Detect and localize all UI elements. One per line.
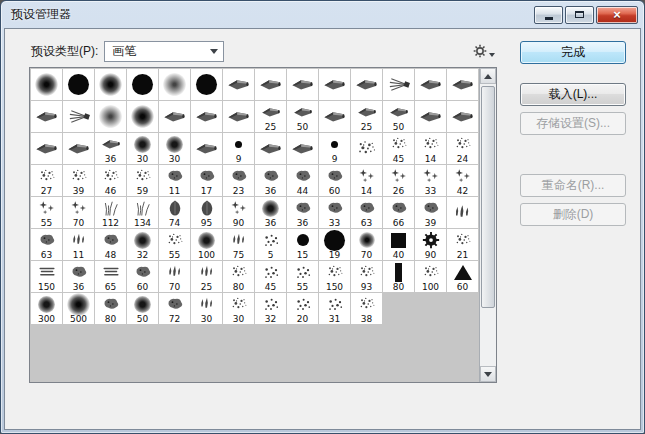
brush-preset[interactable]: 42 [447, 165, 478, 196]
brush-preset[interactable]: 70 [159, 261, 190, 292]
brush-preset[interactable]: 33 [319, 197, 350, 228]
brush-preset[interactable] [63, 69, 94, 100]
brush-preset[interactable]: 70 [63, 197, 94, 228]
brush-preset[interactable]: 50 [287, 101, 318, 132]
brush-preset[interactable] [95, 69, 126, 100]
brush-preset[interactable]: 70 [351, 229, 382, 260]
brush-preset[interactable] [319, 69, 350, 100]
brush-preset[interactable]: 23 [223, 165, 254, 196]
preset-type-dropdown[interactable]: 画笔 [104, 41, 224, 62]
brush-preset[interactable] [255, 133, 286, 164]
brush-preset[interactable]: 150 [319, 261, 350, 292]
brush-preset[interactable] [127, 69, 158, 100]
scroll-up-button[interactable] [480, 68, 496, 84]
scroll-down-button[interactable] [480, 366, 496, 382]
scrollbar-track[interactable] [480, 84, 496, 366]
brush-preset[interactable] [383, 69, 414, 100]
brush-preset[interactable]: 50 [383, 101, 414, 132]
brush-preset[interactable]: 36 [95, 133, 126, 164]
brush-preset[interactable]: 11 [159, 165, 190, 196]
brush-preset[interactable]: 63 [351, 197, 382, 228]
brush-preset[interactable]: 63 [31, 229, 62, 260]
brush-preset[interactable] [287, 69, 318, 100]
brush-preset[interactable]: 36 [287, 197, 318, 228]
brush-preset[interactable]: 65 [95, 261, 126, 292]
brush-preset[interactable] [31, 101, 62, 132]
brush-preset[interactable]: 80 [95, 293, 126, 324]
done-button[interactable]: 完成 [520, 41, 626, 64]
brush-preset[interactable]: 90 [415, 229, 446, 260]
brush-preset[interactable]: 48 [95, 229, 126, 260]
brush-preset[interactable]: 14 [351, 165, 382, 196]
brush-preset[interactable]: 55 [159, 229, 190, 260]
brush-preset[interactable]: 60 [447, 261, 478, 292]
brush-preset[interactable]: 5 [255, 229, 286, 260]
brush-preset[interactable]: 55 [31, 197, 62, 228]
brush-preset[interactable]: 60 [127, 261, 158, 292]
brush-preset[interactable] [159, 101, 190, 132]
brush-preset[interactable]: 17 [191, 165, 222, 196]
brush-preset[interactable] [351, 133, 382, 164]
brush-preset[interactable]: 9 [319, 133, 350, 164]
brush-preset[interactable]: 30 [159, 133, 190, 164]
brush-preset[interactable]: 30 [127, 133, 158, 164]
brush-preset[interactable]: 90 [223, 197, 254, 228]
brush-preset[interactable]: 66 [383, 197, 414, 228]
brush-preset[interactable] [191, 69, 222, 100]
minimize-button[interactable] [534, 6, 563, 24]
brush-preset[interactable] [447, 101, 478, 132]
vertical-scrollbar[interactable] [479, 68, 496, 382]
brush-preset[interactable]: 60 [319, 165, 350, 196]
brush-preset[interactable]: 40 [383, 229, 414, 260]
brush-preset[interactable]: 59 [127, 165, 158, 196]
brush-preset[interactable]: 100 [191, 229, 222, 260]
brush-preset[interactable] [415, 101, 446, 132]
brush-preset[interactable]: 46 [95, 165, 126, 196]
brush-preset[interactable] [31, 133, 62, 164]
brush-preset[interactable]: 93 [351, 261, 382, 292]
brush-preset[interactable]: 19 [319, 229, 350, 260]
brush-preset[interactable]: 24 [447, 133, 478, 164]
brush-preset[interactable]: 74 [159, 197, 190, 228]
brush-preset[interactable]: 30 [223, 293, 254, 324]
brush-preset[interactable]: 36 [63, 261, 94, 292]
brush-preset[interactable]: 39 [415, 197, 446, 228]
rename-button[interactable]: 重命名(R)... [520, 174, 626, 197]
brush-preset[interactable]: 9 [223, 133, 254, 164]
brush-preset[interactable]: 26 [383, 165, 414, 196]
preset-manager-menu-button[interactable] [473, 44, 495, 58]
titlebar[interactable]: 预设管理器 × [1, 1, 644, 28]
brush-preset[interactable]: 50 [127, 293, 158, 324]
brush-preset[interactable] [223, 69, 254, 100]
brush-preset[interactable] [191, 133, 222, 164]
brush-preset[interactable] [319, 101, 350, 132]
brush-preset[interactable]: 33 [415, 165, 446, 196]
brush-preset[interactable] [447, 197, 478, 228]
brush-preset[interactable]: 25 [351, 101, 382, 132]
brush-preset[interactable]: 100 [415, 261, 446, 292]
brush-preset[interactable]: 31 [319, 293, 350, 324]
brush-preset[interactable]: 25 [255, 101, 286, 132]
brush-preset[interactable]: 15 [287, 229, 318, 260]
brush-preset[interactable]: 14 [415, 133, 446, 164]
brush-preset[interactable] [159, 69, 190, 100]
brush-preset[interactable]: 75 [223, 229, 254, 260]
save-set-button[interactable]: 存储设置(S)... [520, 112, 626, 135]
brush-preset[interactable] [127, 101, 158, 132]
brush-preset[interactable]: 39 [63, 165, 94, 196]
scrollbar-thumb[interactable] [481, 86, 495, 308]
brush-preset[interactable] [287, 133, 318, 164]
brush-preset[interactable]: 25 [191, 261, 222, 292]
brush-preset[interactable]: 21 [447, 229, 478, 260]
brush-preset[interactable] [63, 101, 94, 132]
brush-preset[interactable]: 20 [287, 293, 318, 324]
brush-preset[interactable]: 44 [287, 165, 318, 196]
brush-preset[interactable] [351, 69, 382, 100]
brush-preset[interactable]: 55 [287, 261, 318, 292]
brush-preset[interactable]: 72 [159, 293, 190, 324]
brush-preset[interactable] [95, 101, 126, 132]
close-button[interactable]: × [596, 6, 638, 24]
brush-preset[interactable] [447, 69, 478, 100]
brush-preset[interactable]: 32 [127, 229, 158, 260]
brush-preset[interactable]: 112 [95, 197, 126, 228]
